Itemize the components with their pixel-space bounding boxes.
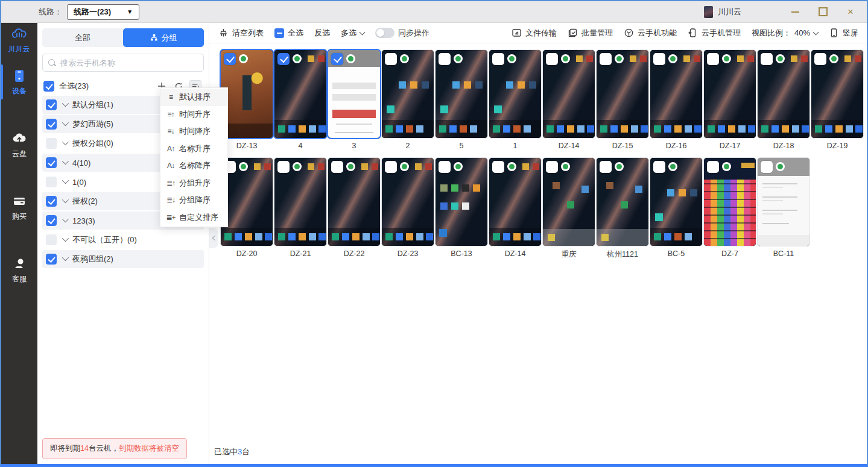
sort-menu-item[interactable]: ≡↓ 时间降序: [160, 123, 227, 140]
search-input[interactable]: [60, 58, 198, 67]
device-checkbox[interactable]: [600, 53, 612, 65]
chevron-down-icon[interactable]: [62, 119, 69, 125]
device-checkbox[interactable]: [331, 53, 343, 65]
device-card[interactable]: DZ-21: [274, 157, 327, 259]
device-card[interactable]: DZ-20: [220, 157, 273, 259]
device-card[interactable]: 重庆: [542, 157, 595, 259]
device-checkbox[interactable]: [492, 53, 504, 65]
device-checkbox[interactable]: [331, 161, 343, 173]
sync-toggle[interactable]: [375, 28, 394, 38]
device-thumbnail[interactable]: [596, 157, 649, 246]
sidebar-item-clouddisk[interactable]: 云盘: [1, 125, 37, 165]
multi-select-button[interactable]: 多选: [341, 28, 364, 39]
device-card[interactable]: BC-5: [650, 157, 703, 259]
device-thumbnail[interactable]: [381, 49, 434, 139]
device-card[interactable]: 杭州1121: [596, 157, 649, 259]
device-thumbnail[interactable]: [435, 157, 488, 246]
batch-manage-button[interactable]: 批量管理: [568, 28, 613, 39]
device-checkbox[interactable]: [439, 161, 451, 173]
chevron-down-icon[interactable]: [62, 254, 69, 260]
device-card[interactable]: BC-13: [435, 157, 488, 259]
panel-collapse-button[interactable]: [209, 228, 218, 248]
maximize-button[interactable]: [809, 1, 837, 23]
group-checkbox[interactable]: [46, 234, 57, 245]
device-card[interactable]: DZ-23: [381, 157, 434, 259]
chevron-down-icon[interactable]: [62, 234, 69, 241]
device-checkbox[interactable]: [761, 53, 773, 65]
device-card[interactable]: 4: [274, 49, 327, 151]
device-thumbnail[interactable]: [328, 49, 381, 139]
select-all-toolbar[interactable]: 全选: [274, 28, 303, 39]
device-card[interactable]: 3: [328, 49, 381, 151]
device-card[interactable]: DZ-13: [220, 49, 273, 151]
device-card[interactable]: DZ-16: [650, 49, 703, 151]
device-checkbox[interactable]: [492, 161, 504, 173]
group-checkbox[interactable]: [46, 99, 57, 110]
device-checkbox[interactable]: [707, 161, 719, 173]
device-thumbnail[interactable]: [703, 49, 756, 139]
minimize-button[interactable]: [781, 1, 809, 23]
device-card[interactable]: DZ-7: [703, 157, 756, 259]
device-checkbox[interactable]: [546, 161, 558, 173]
line-select-dropdown[interactable]: 线路一(23) ▼: [67, 4, 139, 20]
device-card[interactable]: DZ-19: [811, 49, 864, 151]
device-thumbnail[interactable]: [542, 157, 595, 246]
device-card[interactable]: DZ-14: [489, 157, 542, 259]
group-checkbox[interactable]: [46, 157, 57, 168]
sort-menu-item[interactable]: ≣↓ 分组降序: [160, 192, 227, 209]
select-all-checkbox[interactable]: [43, 81, 54, 92]
chevron-down-icon[interactable]: [62, 177, 69, 183]
sidebar-item-devices[interactable]: 设备: [1, 62, 37, 102]
portrait-button[interactable]: 竖屏: [829, 28, 858, 39]
device-thumbnail[interactable]: [703, 157, 756, 246]
device-thumbnail[interactable]: [489, 157, 542, 246]
device-thumbnail[interactable]: [435, 49, 488, 139]
chevron-down-icon[interactable]: [62, 196, 69, 202]
device-card[interactable]: BC-11: [757, 157, 810, 259]
chevron-down-icon[interactable]: [62, 138, 69, 145]
group-checkbox[interactable]: [46, 119, 57, 130]
device-card[interactable]: 2: [381, 49, 434, 151]
device-card[interactable]: 5: [435, 49, 488, 151]
device-thumbnail[interactable]: [274, 157, 327, 246]
device-thumbnail[interactable]: [650, 157, 703, 246]
device-card[interactable]: DZ-17: [703, 49, 756, 151]
tab-groups[interactable]: 分组: [123, 28, 204, 47]
device-thumbnail[interactable]: [220, 49, 273, 139]
device-card[interactable]: DZ-14: [542, 49, 595, 151]
device-card[interactable]: DZ-15: [596, 49, 649, 151]
device-thumbnail[interactable]: [220, 157, 273, 246]
sort-menu-item[interactable]: ≡ 默认排序: [160, 89, 227, 106]
device-checkbox[interactable]: [653, 161, 665, 173]
chevron-down-icon[interactable]: [62, 157, 69, 164]
device-checkbox[interactable]: [546, 53, 558, 65]
device-checkbox[interactable]: [277, 53, 290, 65]
device-thumbnail[interactable]: [274, 49, 327, 139]
group-checkbox[interactable]: [46, 215, 57, 226]
device-card[interactable]: DZ-22: [328, 157, 381, 259]
group-row[interactable]: 夜鸦四组(2): [42, 250, 204, 268]
group-checkbox[interactable]: [46, 196, 57, 207]
sidebar-item-purchase[interactable]: 购买: [1, 187, 37, 227]
sort-menu-item[interactable]: A↓ 名称降序: [160, 157, 227, 175]
sort-menu-item[interactable]: ≡↑ 时间升序: [160, 106, 227, 124]
group-checkbox[interactable]: [46, 138, 57, 149]
device-thumbnail[interactable]: [650, 49, 703, 139]
group-checkbox[interactable]: [46, 254, 57, 265]
device-thumbnail[interactable]: [811, 49, 864, 139]
device-checkbox[interactable]: [761, 161, 773, 173]
device-checkbox[interactable]: [277, 161, 290, 173]
group-checkbox[interactable]: [46, 177, 57, 187]
sort-menu-item[interactable]: A↑ 名称升序: [160, 140, 227, 158]
close-button[interactable]: ×: [837, 1, 864, 23]
device-thumbnail[interactable]: [328, 157, 381, 246]
device-checkbox[interactable]: [385, 161, 397, 173]
device-checkbox[interactable]: [439, 53, 451, 65]
group-row[interactable]: 不可以（五开）(0): [42, 231, 204, 249]
device-card[interactable]: DZ-18: [757, 49, 810, 151]
device-thumbnail[interactable]: [381, 157, 434, 246]
expiry-warning[interactable]: 即将到期14台云机，到期数据将被清空: [42, 438, 187, 459]
device-thumbnail[interactable]: [596, 49, 649, 139]
view-scale-control[interactable]: 视图比例： 40%: [752, 28, 818, 39]
cloud-manage-button[interactable]: 云手机管理: [688, 28, 741, 39]
